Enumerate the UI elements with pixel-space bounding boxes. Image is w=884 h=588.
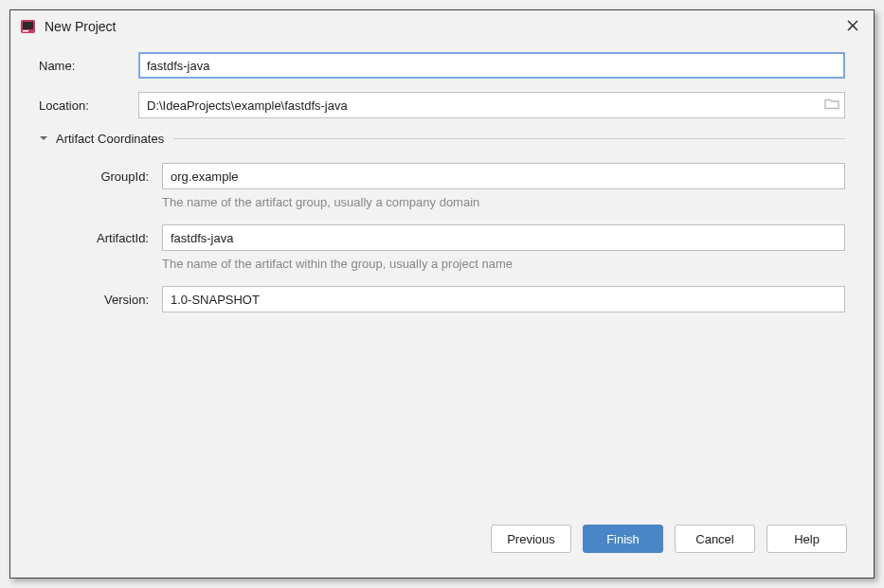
- groupid-hint: The name of the artifact group, usually …: [162, 195, 845, 209]
- groupid-label: GroupId:: [39, 169, 162, 184]
- artifact-coordinates-body: GroupId: The name of the artifact group,…: [39, 163, 845, 312]
- titlebar: New Project: [10, 10, 874, 43]
- location-input[interactable]: [138, 92, 845, 118]
- artifactid-label: ArtifactId:: [39, 231, 162, 245]
- help-button[interactable]: Help: [767, 525, 847, 553]
- dialog-content: Name: Location: Artifact: [10, 43, 874, 515]
- app-icon: [20, 18, 37, 35]
- artifact-coordinates-toggle[interactable]: Artifact Coordinates: [39, 132, 845, 146]
- chevron-down-icon: [39, 132, 48, 146]
- artifact-coordinates-title: Artifact Coordinates: [56, 132, 164, 146]
- location-row: Location:: [39, 92, 845, 118]
- browse-folder-icon[interactable]: [824, 98, 839, 114]
- groupid-row: GroupId:: [39, 163, 845, 189]
- version-input[interactable]: [162, 286, 845, 312]
- dialog-title: New Project: [45, 19, 841, 34]
- name-row: Name:: [39, 52, 845, 79]
- version-label: Version:: [39, 293, 162, 307]
- finish-button[interactable]: Finish: [583, 525, 663, 553]
- version-input-wrap: [162, 286, 845, 312]
- groupid-input-wrap: [162, 163, 845, 189]
- dialog-buttons: Previous Finish Cancel Help: [10, 515, 874, 578]
- name-input-wrap: [138, 52, 845, 79]
- artifactid-input-wrap: [162, 224, 845, 251]
- svg-rect-1: [23, 22, 33, 29]
- new-project-dialog: New Project Name: Location:: [9, 9, 875, 579]
- location-input-wrap: [138, 92, 845, 118]
- svg-rect-2: [23, 30, 28, 32]
- previous-button[interactable]: Previous: [491, 525, 571, 553]
- cancel-button[interactable]: Cancel: [675, 525, 755, 553]
- location-label: Location:: [39, 98, 138, 113]
- name-input[interactable]: [138, 52, 845, 79]
- name-label: Name:: [39, 59, 138, 73]
- section-divider: [173, 138, 845, 139]
- artifactid-input[interactable]: [162, 224, 845, 251]
- groupid-input[interactable]: [162, 163, 845, 189]
- artifactid-row: ArtifactId:: [39, 224, 845, 251]
- artifactid-hint: The name of the artifact within the grou…: [162, 257, 845, 271]
- close-icon[interactable]: [841, 17, 864, 37]
- version-row: Version:: [39, 286, 845, 312]
